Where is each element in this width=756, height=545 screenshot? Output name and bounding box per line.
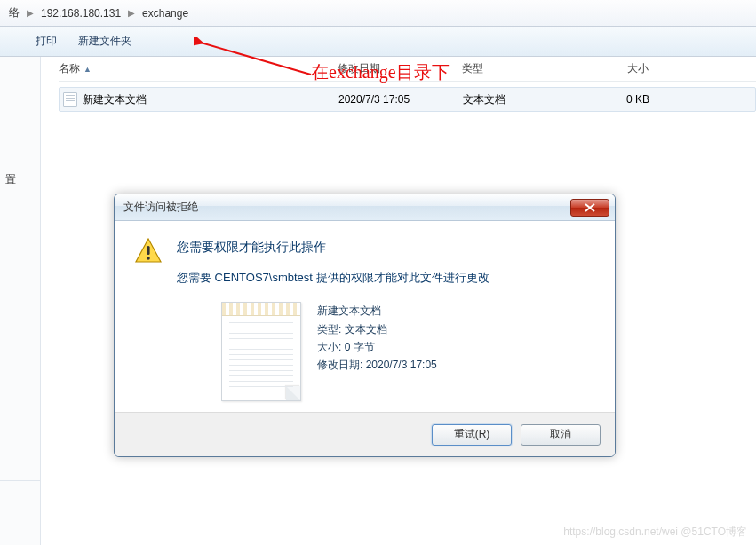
watermark: https://blog.csdn.net/wei @51CTO博客 — [563, 525, 747, 540]
file-name: 新建文本文档 — [83, 92, 338, 107]
breadcrumb-folder[interactable]: exchange — [137, 4, 194, 23]
address-bar[interactable]: 络 ▶ 192.168.180.131 ▶ exchange — [0, 0, 756, 27]
chevron-right-icon: ▶ — [25, 8, 36, 18]
sort-arrow-icon: ▲ — [84, 65, 92, 74]
dialog-title: 文件访问被拒绝 — [123, 200, 198, 215]
detail-type: 类型: 文本文档 — [317, 320, 437, 338]
detail-name: 新建文本文档 — [317, 302, 437, 320]
toolbar: 打印 新建文件夹 — [0, 27, 756, 57]
new-folder-button[interactable]: 新建文件夹 — [78, 34, 131, 49]
column-name[interactable]: 名称 ▲ — [59, 61, 338, 76]
column-date[interactable]: 修改日期 — [338, 61, 462, 76]
column-type[interactable]: 类型 — [462, 61, 577, 76]
sidebar: 置 — [0, 57, 41, 545]
file-date: 2020/7/3 17:05 — [338, 93, 463, 106]
cancel-button[interactable]: 取消 — [521, 424, 601, 446]
file-row[interactable]: 新建文本文档 2020/7/3 17:05 文本文档 0 KB — [59, 87, 756, 112]
svg-point-3 — [147, 257, 150, 260]
sidebar-label: 置 — [5, 172, 16, 187]
retry-button[interactable]: 重试(R) — [432, 424, 512, 446]
dialog-message: 您需要 CENTOS7\smbtest 提供的权限才能对此文件进行更改 — [177, 269, 489, 288]
dialog-titlebar[interactable]: 文件访问被拒绝 — [115, 194, 615, 221]
document-thumbnail-icon — [221, 302, 301, 401]
detail-date: 修改日期: 2020/7/3 17:05 — [317, 356, 437, 374]
close-icon — [585, 203, 595, 212]
dialog-heading: 您需要权限才能执行此操作 — [177, 237, 489, 257]
close-button[interactable] — [570, 199, 609, 217]
file-list: 名称 ▲ 修改日期 类型 大小 新建文本文档 2020/7/3 17:05 文本… — [41, 57, 756, 112]
chevron-right-icon: ▶ — [126, 8, 137, 18]
file-size: 0 KB — [578, 93, 667, 106]
breadcrumb-host[interactable]: 192.168.180.131 — [36, 4, 126, 23]
text-file-icon — [63, 92, 77, 107]
file-details: 新建文本文档 类型: 文本文档 大小: 0 字节 修改日期: 2020/7/3 … — [317, 302, 437, 401]
svg-rect-2 — [147, 246, 149, 255]
warning-icon — [134, 237, 163, 265]
detail-size: 大小: 0 字节 — [317, 338, 437, 356]
access-denied-dialog: 文件访问被拒绝 您需要权限才能执行此操作 您需要 CENTOS7\smbtest… — [114, 194, 616, 457]
column-size[interactable]: 大小 — [577, 61, 666, 76]
dialog-footer: 重试(R) 取消 — [115, 412, 615, 456]
list-header: 名称 ▲ 修改日期 类型 大小 — [59, 57, 756, 82]
file-type: 文本文档 — [463, 92, 578, 107]
print-button[interactable]: 打印 — [36, 34, 57, 49]
breadcrumb-root[interactable]: 络 — [4, 2, 25, 24]
